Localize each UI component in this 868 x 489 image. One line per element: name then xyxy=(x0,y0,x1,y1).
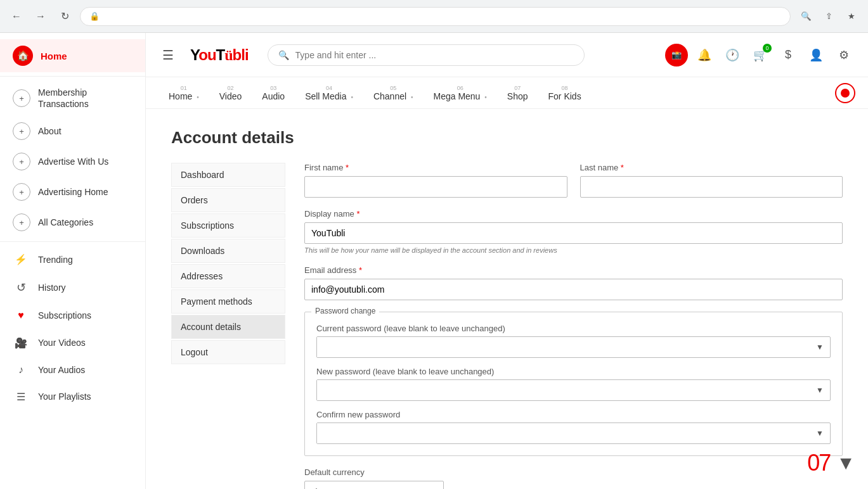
menu-item-dashboard[interactable]: Dashboard xyxy=(171,163,285,187)
last-name-group: Last name * xyxy=(580,163,843,198)
current-password-input-wrap: ▼ xyxy=(316,336,831,358)
display-name-req: * xyxy=(356,209,360,219)
confirm-password-input-wrap: ▼ xyxy=(316,422,831,444)
last-name-label: Last name * xyxy=(580,163,843,172)
playlist-icon: ☰ xyxy=(13,391,29,403)
nav-num-mega-menu: 06 xyxy=(457,85,463,91)
sidebar-label-history: History xyxy=(38,282,66,293)
sidebar-label-your-audios: Your Audios xyxy=(38,364,85,376)
sidebar-item-home[interactable]: 🏠 Home xyxy=(0,39,145,72)
sidebar-label-about: About xyxy=(38,125,62,137)
menu-item-logout[interactable]: Logout xyxy=(171,340,285,364)
confirm-password-input[interactable] xyxy=(317,423,810,443)
record-button[interactable] xyxy=(835,83,855,103)
display-name-group: Display name * This will be how your nam… xyxy=(304,209,843,254)
search-input[interactable] xyxy=(295,50,574,60)
currency-select[interactable]: $ USD € EUR £ GBP xyxy=(304,481,444,489)
display-name-hint: This will be how your name will be displ… xyxy=(304,246,843,254)
corner-indicator: 07 ▼ xyxy=(807,450,855,476)
address-bar[interactable]: 🔒 youtubli.com xyxy=(80,7,791,26)
new-password-label: New password (leave blank to leave uncha… xyxy=(316,367,831,376)
sidebar-item-about[interactable]: + About xyxy=(0,116,145,146)
sidebar-item-membership-transactions[interactable]: + MembershipTransactions xyxy=(0,80,145,116)
sidebar-item-all-categories[interactable]: + All Categories xyxy=(0,207,145,238)
confirm-password-toggle[interactable]: ▼ xyxy=(810,429,830,438)
menu-item-subscriptions[interactable]: Subscriptions xyxy=(171,213,285,238)
nav-item-shop[interactable]: 07 Shop xyxy=(497,77,538,108)
nav-num-home: 01 xyxy=(181,85,187,91)
email-group: Email address * xyxy=(304,265,843,300)
nav-item-sell-media[interactable]: 04 Sell Media • xyxy=(295,77,363,108)
sidebar-label-your-playlists: Your Playlists xyxy=(38,391,91,402)
nav-num-video: 02 xyxy=(228,85,234,91)
email-input[interactable] xyxy=(304,279,843,300)
display-name-row: Display name * This will be how your nam… xyxy=(304,209,843,254)
nav-label-for-kids: For Kids xyxy=(548,91,581,101)
cart-button[interactable]: 🛒 0 xyxy=(749,44,772,67)
browser-bookmark-icon[interactable]: ★ xyxy=(843,8,860,25)
sidebar-item-trending[interactable]: ⚡ Trending xyxy=(0,246,145,273)
current-password-wrap: Current password (leave blank to leave u… xyxy=(316,324,831,358)
currency-group: Default currency $ USD € EUR £ GBP Selec… xyxy=(304,467,444,489)
current-password-label: Current password (leave blank to leave u… xyxy=(316,324,831,333)
new-password-wrap: New password (leave blank to leave uncha… xyxy=(316,367,831,401)
new-password-input-wrap: ▼ xyxy=(316,379,831,401)
dollar-button[interactable]: $ xyxy=(777,44,800,67)
first-name-label: First name * xyxy=(304,163,567,172)
sidebar-label-membership-transactions: MembershipTransactions xyxy=(38,87,89,110)
nav-label-sell-media: Sell Media • xyxy=(305,91,353,101)
browser-action-icons: 🔍 ⇧ ★ xyxy=(797,8,860,25)
menu-item-downloads[interactable]: Downloads xyxy=(171,239,285,263)
sidebar-item-your-playlists[interactable]: ☰ Your Playlists xyxy=(0,383,145,410)
site-logo: YouTübli xyxy=(190,46,249,64)
first-name-input[interactable] xyxy=(304,176,567,198)
menu-item-orders[interactable]: Orders xyxy=(171,188,285,212)
live-button[interactable]: 📸 xyxy=(665,44,688,67)
confirm-password-label: Confirm new password xyxy=(316,410,831,419)
sidebar-item-advertising-home[interactable]: + Advertising Home xyxy=(0,177,145,207)
refresh-button[interactable]: ↻ xyxy=(56,8,74,25)
clock-button[interactable]: 🕐 xyxy=(721,44,744,67)
browser-search-icon[interactable]: 🔍 xyxy=(797,8,815,25)
new-password-toggle[interactable]: ▼ xyxy=(810,386,830,395)
nav-item-for-kids[interactable]: 08 For Kids xyxy=(538,77,592,108)
forward-button[interactable]: → xyxy=(32,8,49,25)
corner-arrow-icon: ▼ xyxy=(836,452,855,474)
nav-item-mega-menu[interactable]: 06 Mega Menu • xyxy=(423,77,496,108)
nav-label-home: Home • xyxy=(169,91,199,101)
sidebar-item-your-videos[interactable]: 🎥 Your Videos xyxy=(0,329,145,357)
menu-item-addresses[interactable]: Addresses xyxy=(171,264,285,288)
current-password-input[interactable] xyxy=(317,337,810,357)
nav-item-audio[interactable]: 03 Audio xyxy=(252,77,295,108)
name-row: First name * Last name * xyxy=(304,163,843,198)
page-title: Account details xyxy=(171,128,843,148)
password-section: Password change Current password (leave … xyxy=(304,312,843,456)
sidebar-item-history[interactable]: ↺ History xyxy=(0,273,145,302)
nav-item-home[interactable]: 01 Home • xyxy=(159,77,209,108)
sidebar-item-advertise-with-us[interactable]: + Advertise With Us xyxy=(0,146,145,177)
nav-label-shop: Shop xyxy=(507,91,528,101)
nav-item-video[interactable]: 02 Video xyxy=(209,77,252,108)
nav-item-channel[interactable]: 05 Channel • xyxy=(363,77,424,108)
new-password-input[interactable] xyxy=(317,380,810,400)
menu-item-account-details[interactable]: Account details xyxy=(171,315,285,339)
browser-share-icon[interactable]: ⇧ xyxy=(820,8,838,25)
sidebar-label-trending: Trending xyxy=(38,254,73,265)
sidebar-item-your-audios[interactable]: ♪ Your Audios xyxy=(0,357,145,383)
display-name-input[interactable] xyxy=(304,222,843,244)
url-input[interactable]: youtubli.com xyxy=(105,11,781,22)
user-plus-button[interactable]: 👤 xyxy=(805,44,827,67)
menu-item-payment-methods[interactable]: Payment methods xyxy=(171,289,285,314)
hamburger-button[interactable]: ☰ xyxy=(159,44,178,67)
account-form: First name * Last name * xyxy=(304,163,843,489)
sidebar-item-subscriptions[interactable]: ♥ Subscriptions xyxy=(0,302,145,329)
sidebar-label-advertising-home: Advertising Home xyxy=(38,186,108,198)
sidebar-divider-1 xyxy=(0,76,145,77)
plus-icon-2: + xyxy=(13,122,30,140)
last-name-input[interactable] xyxy=(580,176,843,198)
settings-button[interactable]: ⚙ xyxy=(832,44,855,67)
notifications-button[interactable]: 🔔 xyxy=(693,44,716,67)
current-password-toggle[interactable]: ▼ xyxy=(810,343,830,352)
back-button[interactable]: ← xyxy=(8,8,25,25)
bolt-icon: ⚡ xyxy=(13,253,29,265)
